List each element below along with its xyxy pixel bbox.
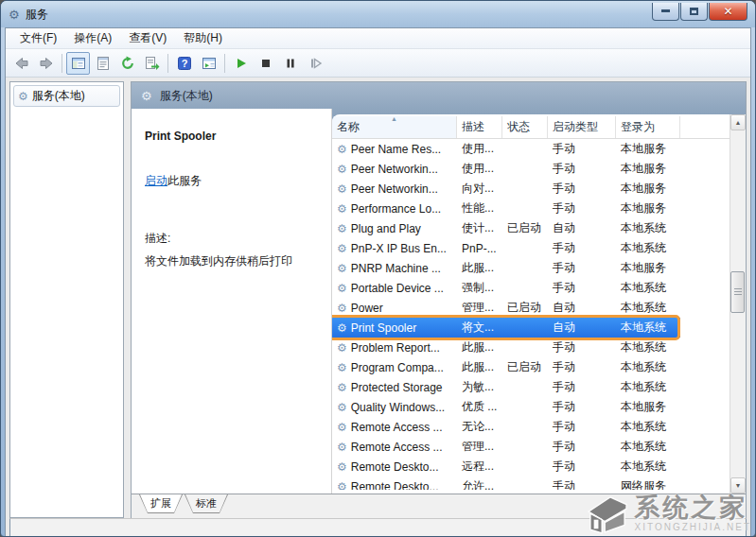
pause-service-button[interactable] xyxy=(278,52,302,75)
service-startup-type: 手动 xyxy=(548,141,616,157)
window-controls: ✕ xyxy=(652,3,747,21)
service-name: Peer Networkin... xyxy=(351,163,438,176)
help-button[interactable]: ? xyxy=(172,52,196,75)
forward-icon xyxy=(39,56,54,71)
service-name: Remote Access ... xyxy=(351,441,443,454)
back-icon xyxy=(14,56,29,71)
close-button[interactable]: ✕ xyxy=(709,3,747,21)
table-row[interactable]: ⚙ Quality Windows... 优质 ... 手动 本地服务 xyxy=(332,397,730,417)
start-service-link[interactable]: 启动 xyxy=(145,174,167,187)
table-row[interactable]: ⚙ Program Compa... 此服... 已启动 手动 本地系统 xyxy=(332,357,730,377)
table-row[interactable]: ⚙ Remote Deskto... 允许... 手动 网络服务 xyxy=(332,476,730,490)
service-description: 向对... xyxy=(457,181,502,197)
scroll-down-button[interactable]: ▼ xyxy=(730,477,746,494)
service-description: 强制... xyxy=(457,280,502,296)
properties-icon xyxy=(96,56,111,71)
table-row[interactable]: ⚙ PnP-X IP Bus En... PnP-... 手动 本地系统 xyxy=(332,238,730,258)
column-header-description[interactable]: 描述 xyxy=(457,116,502,138)
properties-button[interactable] xyxy=(91,52,114,75)
list-header: ▲ 名称 描述 状态 启动类型 登录为 xyxy=(332,116,730,139)
table-row[interactable]: ⚙ Problem Report... 此服... 手动 本地系统 xyxy=(332,338,730,357)
service-logon-as: 本地系统 xyxy=(616,439,680,455)
service-gear-icon: ⚙ xyxy=(337,303,347,314)
back-button[interactable] xyxy=(9,52,33,75)
start-service-button[interactable] xyxy=(229,52,253,75)
column-header-name[interactable]: ▲ 名称 xyxy=(332,116,457,138)
service-startup-type: 手动 xyxy=(548,280,616,296)
toolbar-separator xyxy=(167,54,168,73)
service-name: Quality Windows... xyxy=(351,401,445,414)
scrollbar-grip-icon xyxy=(734,288,742,296)
service-description: 管理... xyxy=(457,439,502,455)
column-header-logon-as[interactable]: 登录为 xyxy=(616,116,680,138)
table-row-selected[interactable]: ⚙ Print Spooler 将文... 自动 本地系统 xyxy=(332,318,730,338)
forward-button[interactable] xyxy=(34,52,58,75)
description-text: 将文件加载到内存供稍后打印 xyxy=(145,252,318,269)
service-name: Print Spooler xyxy=(351,321,416,335)
service-startup-type: 手动 xyxy=(548,200,616,217)
service-gear-icon: ⚙ xyxy=(337,402,347,413)
table-row[interactable]: ⚙ PNRP Machine ... 此服... 手动 本地服务 xyxy=(332,258,730,278)
service-gear-icon: ⚙ xyxy=(337,183,347,195)
table-row[interactable]: ⚙ Peer Name Res... 使用... 手动 本地服务 xyxy=(332,139,730,159)
toolbar: ? xyxy=(6,49,750,78)
services-list: ▲ 名称 描述 状态 启动类型 登录为 ⚙ Peer Name Re xyxy=(332,114,730,494)
table-row[interactable]: ⚙ Remote Deskto... 远程... 手动 本地系统 xyxy=(332,457,730,476)
service-logon-as: 本地服务 xyxy=(616,260,680,276)
main-area: ⚙ 服务(本地) ⚙ 服务(本地) Print Spooler 启动此服务 xyxy=(6,78,750,518)
tree-item-services-local[interactable]: ⚙ 服务(本地) xyxy=(13,85,120,107)
table-row[interactable]: ⚙ Portable Device ... 强制... 手动 本地系统 xyxy=(332,278,730,298)
maximize-icon xyxy=(690,8,698,15)
table-row[interactable]: ⚙ Performance Lo... 性能... 手动 本地服务 xyxy=(332,199,730,218)
menu-action[interactable]: 操作(A) xyxy=(65,28,120,48)
maximize-button[interactable] xyxy=(680,3,708,21)
minimize-button[interactable] xyxy=(652,3,679,21)
restart-service-button[interactable] xyxy=(303,52,326,75)
tab-standard[interactable]: 标准 xyxy=(185,494,228,513)
table-row[interactable]: ⚙ Power 管理... 已启动 自动 本地系统 xyxy=(332,298,730,318)
scrollbar-thumb[interactable] xyxy=(730,271,745,313)
service-logon-as: 本地系统 xyxy=(616,240,680,256)
services-app-icon: ⚙ xyxy=(9,9,20,21)
table-row[interactable]: ⚙ Remote Access ... 无论... 手动 本地系统 xyxy=(332,417,730,437)
tab-extended[interactable]: 扩展 xyxy=(139,494,183,513)
service-gear-icon: ⚙ xyxy=(337,322,347,334)
service-name: Problem Report... xyxy=(351,341,440,355)
service-name: Remote Deskto... xyxy=(351,480,439,491)
column-header-startup-type[interactable]: 启动类型 xyxy=(548,116,616,138)
menu-file[interactable]: 文件(F) xyxy=(11,28,65,48)
service-startup-type: 手动 xyxy=(548,161,616,177)
export-list-button[interactable] xyxy=(140,52,164,75)
table-row[interactable]: ⚙ Peer Networkin... 使用... 手动 本地服务 xyxy=(332,159,730,179)
table-row[interactable]: ⚙ Protected Storage 为敏... 手动 本地系统 xyxy=(332,377,730,397)
service-gear-icon: ⚙ xyxy=(337,243,347,254)
scrollbar-track[interactable] xyxy=(730,130,746,477)
tree-item-label: 服务(本地) xyxy=(32,88,85,104)
menu-view[interactable]: 查看(V) xyxy=(120,28,175,48)
service-status: 已启动 xyxy=(502,220,548,236)
scroll-up-button[interactable]: ▲ xyxy=(730,114,746,130)
service-startup-type: 手动 xyxy=(548,240,616,256)
refresh-button[interactable] xyxy=(115,52,139,75)
help-icon: ? xyxy=(177,56,192,71)
stop-service-button[interactable] xyxy=(254,52,277,75)
show-console-tree-button[interactable] xyxy=(66,52,90,75)
service-description: 无论... xyxy=(457,419,502,435)
service-name: PNRP Machine ... xyxy=(351,262,441,275)
titlebar[interactable]: ⚙ 服务 ✕ xyxy=(1,1,755,27)
service-gear-icon: ⚙ xyxy=(337,283,347,294)
sort-ascending-icon: ▲ xyxy=(391,115,397,122)
table-row[interactable]: ⚙ Peer Networkin... 向对... 手动 本地服务 xyxy=(332,179,730,199)
close-icon: ✕ xyxy=(723,6,732,17)
table-row[interactable]: ⚙ Remote Access ... 管理... 手动 本地系统 xyxy=(332,437,730,457)
column-header-status[interactable]: 状态 xyxy=(502,116,548,138)
menu-help[interactable]: 帮助(H) xyxy=(175,28,231,48)
vertical-scrollbar[interactable]: ▲ ▼ xyxy=(730,114,746,494)
show-action-pane-button[interactable] xyxy=(197,52,220,75)
column-header-filler xyxy=(680,116,730,138)
service-gear-icon: ⚙ xyxy=(337,461,347,473)
service-gear-icon: ⚙ xyxy=(337,342,347,354)
window-title: 服务 xyxy=(26,7,48,23)
table-row[interactable]: ⚙ Plug and Play 使计... 已启动 自动 本地系统 xyxy=(332,218,730,238)
service-startup-type: 手动 xyxy=(548,260,616,276)
